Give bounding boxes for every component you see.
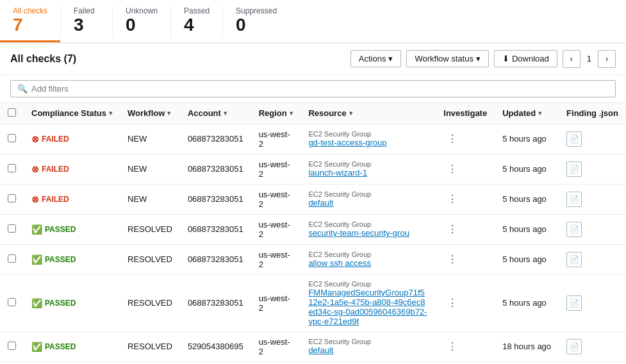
tab-unknown[interactable]: Unknown 0 [113,0,170,42]
status-badge: ⊗ FAILED [31,134,112,144]
col-finding-json: Finding .json [559,103,626,124]
next-page-button[interactable]: › [598,50,616,68]
status-label: PASSED [45,225,76,234]
row-workflow-cell: RESOLVED [120,214,180,244]
tab-unknown-count: 0 [126,15,136,35]
row-status-cell: ✅ PASSED [24,274,120,331]
workflow-sort-icon[interactable]: ▾ [167,110,170,117]
download-button[interactable]: ⬇ Download [494,50,557,67]
status-label: PASSED [45,342,76,351]
row-checkbox-cell [0,274,24,331]
row-checkbox-1[interactable] [8,164,16,172]
resource-type: EC2 Security Group [308,160,428,168]
resource-name[interactable]: default [308,198,428,208]
row-resource-cell: EC2 Security Group default [301,184,436,214]
investigate-menu-button[interactable]: ⋮ [443,132,461,145]
row-updated-cell: 5 hours ago [495,214,559,244]
tab-all-checks[interactable]: All checks 7 [0,0,60,42]
tab-passed[interactable]: Passed 4 [171,0,222,42]
row-investigate-cell: ⋮ [436,124,495,154]
finding-json-button[interactable]: 📄 [566,252,582,267]
search-input[interactable] [31,84,609,94]
row-investigate-cell: ⋮ [436,274,495,331]
actions-button[interactable]: Actions ▾ [350,50,402,67]
tab-failed-label: Failed [74,6,95,15]
row-status-cell: ✅ PASSED [24,244,120,274]
resource-sort-icon[interactable]: ▾ [349,110,352,117]
tab-suppressed-count: 0 [236,15,246,35]
investigate-menu-button[interactable]: ⋮ [443,296,461,310]
investigate-menu-button[interactable]: ⋮ [443,162,461,176]
workflow-status-button[interactable]: Workflow status ▾ [406,50,489,67]
row-checkbox-0[interactable] [8,134,16,142]
compliance-sort-icon[interactable]: ▾ [109,110,112,117]
status-badge: ⊗ FAILED [31,164,112,174]
updated-value: 18 hours ago [502,342,551,351]
workflow-value: RESOLVED [128,224,172,234]
row-workflow-cell: NEW [120,124,180,154]
toolbar-count: (7) [64,53,77,64]
row-checkbox-5[interactable] [8,298,16,306]
resource-name[interactable]: security-team-security-grou [308,228,428,238]
account-sort-icon[interactable]: ▾ [224,110,227,117]
region-value: us-west-2 [259,129,290,149]
table-row: ✅ PASSED RESOLVED 529054380695 us-west-2… [0,331,626,361]
status-label: FAILED [42,195,69,204]
status-label: FAILED [42,135,69,144]
tab-failed[interactable]: Failed 3 [61,0,112,42]
row-checkbox-4[interactable] [8,254,16,263]
row-investigate-cell: ⋮ [436,184,495,214]
resource-type: EC2 Security Group [308,130,428,138]
row-account-cell: 068873283051 [180,244,251,274]
col-updated-label: Updated [502,108,536,118]
top-filter-tabs: All checks 7 Failed 3 Unknown 0 Passed 4… [0,0,626,44]
resource-name[interactable]: gd-test-access-group [308,138,428,147]
status-badge: ✅ PASSED [31,298,112,308]
row-finding-cell: 📄 [559,244,626,274]
row-workflow-cell: RESOLVED [120,244,180,274]
finding-json-button[interactable]: 📄 [566,192,582,207]
row-finding-cell: 📄 [559,331,626,361]
row-region-cell: us-west-2 [251,154,301,184]
region-sort-icon[interactable]: ▾ [290,110,293,117]
investigate-menu-button[interactable]: ⋮ [443,340,461,353]
select-all-checkbox[interactable] [8,108,16,117]
finding-json-button[interactable]: 📄 [566,339,582,354]
status-badge: ✅ PASSED [31,342,112,352]
resource-name[interactable]: default [308,345,428,355]
row-region-cell: us-west-2 [251,331,301,361]
finding-json-button[interactable]: 📄 [566,131,582,147]
resource-name[interactable]: allow ssh access [308,258,428,268]
row-checkbox-2[interactable] [8,194,16,203]
row-account-cell: 068873283051 [180,124,251,154]
finding-json-button[interactable]: 📄 [566,161,582,177]
updated-value: 5 hours ago [502,134,547,144]
results-table-wrapper: Compliance Status ▾ Workflow ▾ Account [0,103,626,362]
tab-suppressed[interactable]: Suppressed 0 [223,0,290,42]
resource-name[interactable]: launch-wizard-1 [308,168,428,178]
investigate-menu-button[interactable]: ⋮ [443,222,461,236]
prev-page-button[interactable]: ‹ [563,50,581,68]
row-region-cell: us-west-2 [251,244,301,274]
resource-name[interactable]: FMManagedSecurityGroup71f512e2-1a5e-475b… [308,288,428,326]
passed-icon: ✅ [31,254,42,265]
investigate-menu-button[interactable]: ⋮ [443,192,461,206]
finding-json-button[interactable]: 📄 [566,222,582,237]
finding-json-icon: 📄 [570,165,579,174]
row-account-cell: 068873283051 [180,274,251,331]
row-investigate-cell: ⋮ [436,214,495,244]
row-finding-cell: 📄 [559,274,626,331]
table-header-row: Compliance Status ▾ Workflow ▾ Account [0,103,626,124]
updated-sort-icon[interactable]: ▾ [538,110,541,117]
row-workflow-cell: NEW [120,154,180,184]
row-checkbox-3[interactable] [8,224,16,233]
row-finding-cell: 📄 [559,154,626,184]
row-workflow-cell: RESOLVED [120,331,180,361]
investigate-menu-button[interactable]: ⋮ [443,252,461,266]
finding-json-button[interactable]: 📄 [566,295,582,311]
finding-json-icon: 📄 [570,299,579,308]
col-account: Account ▾ [180,103,251,124]
row-checkbox-6[interactable] [8,342,16,350]
tab-all-checks-label: All checks [13,6,47,15]
col-investigate: Investigate [436,103,495,124]
